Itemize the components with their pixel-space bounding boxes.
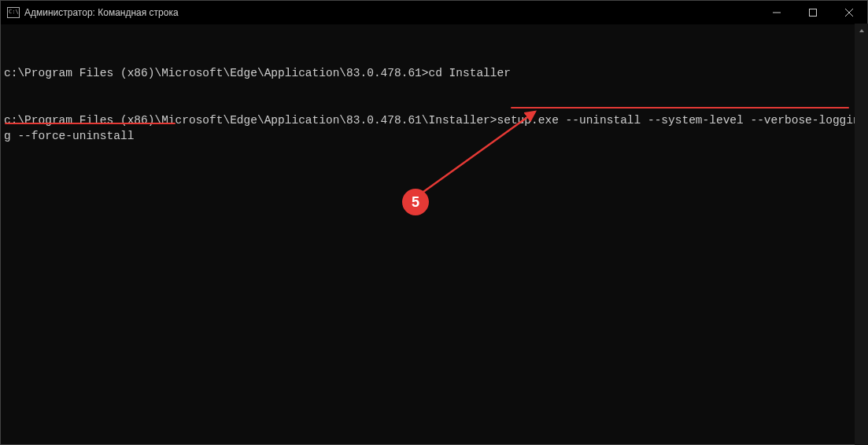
window-title: Администратор: Командная строка bbox=[24, 7, 179, 18]
annotation-underline-1 bbox=[511, 107, 849, 108]
titlebar[interactable]: Администратор: Командная строка bbox=[1, 1, 867, 24]
prompt-2: c:\Program Files (x86)\Microsoft\Edge\Ap… bbox=[4, 114, 497, 127]
annotation-number: 5 bbox=[412, 194, 419, 211]
terminal-content[interactable]: c:\Program Files (x86)\Microsoft\Edge\Ap… bbox=[1, 24, 867, 444]
titlebar-left: Администратор: Командная строка bbox=[7, 7, 179, 18]
close-button[interactable] bbox=[831, 1, 867, 24]
cmd-icon bbox=[7, 7, 20, 18]
annotation-underline-2 bbox=[5, 123, 175, 124]
annotation-step-badge: 5 bbox=[402, 189, 429, 215]
maximize-button[interactable] bbox=[795, 1, 831, 24]
prompt-1: c:\Program Files (x86)\Microsoft\Edge\Ap… bbox=[4, 67, 429, 79]
command-prompt-window: Администратор: Командная строка c:\Progr… bbox=[0, 0, 868, 445]
command-1: cd Installer bbox=[429, 67, 511, 79]
window-controls bbox=[759, 1, 867, 24]
svg-rect-1 bbox=[810, 9, 817, 17]
vertical-scrollbar[interactable] bbox=[855, 24, 868, 445]
minimize-button[interactable] bbox=[759, 1, 795, 24]
scroll-up-button[interactable] bbox=[855, 24, 868, 37]
